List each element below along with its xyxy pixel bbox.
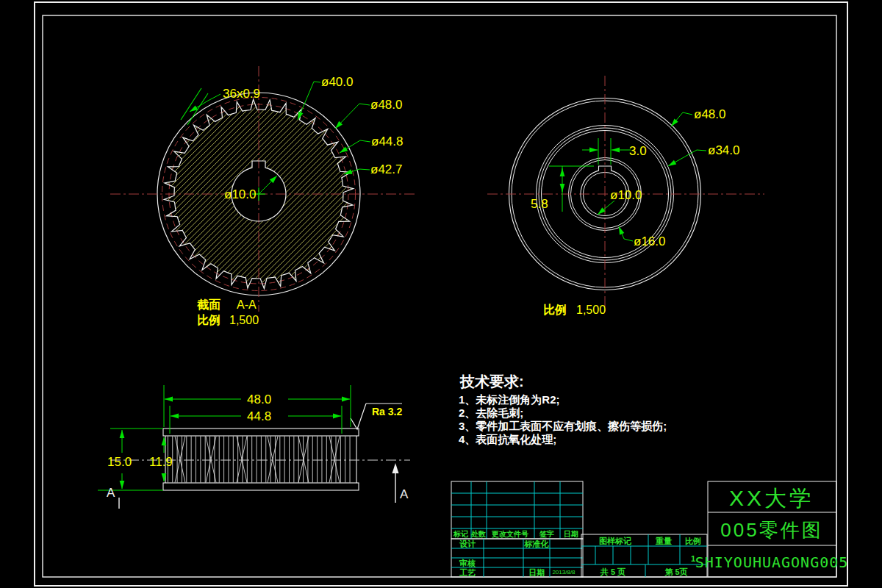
- page-current: 第 5页: [664, 567, 687, 576]
- dim-d48: ø48.0: [694, 107, 725, 121]
- section-caption-label: 截面: [196, 298, 220, 311]
- drawing-frame: [35, 2, 847, 586]
- scale-caption-value: 1,500: [229, 314, 259, 326]
- dim-d48: ø48.0: [370, 98, 402, 112]
- dim-d42-7: ø42.7: [370, 162, 402, 176]
- technical-requirements: 技术要求: 1、未标注倒角为R2; 2、去除毛刺; 3、零件加工表面不应有划痕、…: [459, 373, 667, 445]
- rev-header-docno: 更改文件号: [492, 530, 528, 538]
- title-block: 标记 处数 更改文件号 签字 日期 设计 标准化 审核 工艺 日期 2013/8…: [451, 481, 848, 577]
- side-teeth-pattern: [168, 437, 350, 483]
- section-arrow-icon: [392, 463, 399, 473]
- dim-d16: ø16.0: [634, 234, 665, 248]
- review-label: 审核: [459, 559, 476, 568]
- gear-front-view: 36x0.9 ø40.0 ø48.0 ø44.8 ø42.7 ø10.0 截面 …: [0, 66, 520, 326]
- scale-label: 比例: [685, 537, 701, 545]
- cad-viewport: 36x0.9 ø40.0 ø48.0 ø44.8 ø42.7 ø10.0 截面 …: [0, 0, 882, 588]
- part-code: SHIYOUHUAGONG005: [695, 553, 849, 571]
- dim-key-depth: 5.8: [531, 197, 548, 211]
- tech-req-item-4: 4、表面抗氧化处理;: [459, 433, 556, 445]
- dim-height-15: 15.0: [107, 455, 132, 469]
- rev-header-mark: 标记: [453, 530, 468, 538]
- dim-width-48: 48.0: [247, 392, 271, 406]
- top-flange: [163, 429, 359, 436]
- section-marker-right: A: [400, 487, 409, 501]
- section-caption-value: A-A: [237, 298, 257, 311]
- dim-d40: ø40.0: [321, 75, 353, 89]
- dim-bore: ø10.0: [610, 188, 642, 202]
- dim-teeth-count: 36x0.9: [223, 87, 260, 101]
- dim-key-width: 3.0: [629, 144, 647, 158]
- dim-bore: ø10.0: [224, 187, 256, 201]
- roughness-value: Ra 3.2: [372, 406, 402, 417]
- company-name: XX大学: [729, 486, 814, 510]
- bottom-flange: [163, 483, 359, 490]
- date-value: 2013/8/8: [552, 569, 576, 576]
- tech-req-item-1: 1、未标注倒角为R2;: [459, 393, 560, 406]
- standardize-label: 标准化: [524, 539, 550, 548]
- dim-d34: ø34.0: [708, 143, 739, 157]
- roughness-icon: [351, 404, 366, 429]
- tech-req-item-3: 3、零件加工表面不应有划痕、擦伤等损伤;: [459, 420, 667, 432]
- dim-width-44-8: 44.8: [247, 409, 271, 423]
- pages-total: 共 5 页: [600, 567, 625, 577]
- gear-section-view: 48.0 44.8 15.0 11.9 Ra 3.2 A A: [98, 385, 410, 509]
- dim-d44-8: ø44.8: [371, 135, 403, 148]
- rev-header-date: 日期: [564, 530, 578, 538]
- cad-drawing-canvas: 36x0.9 ø40.0 ø48.0 ø44.8 ø42.7 ø10.0 截面 …: [0, 0, 882, 588]
- gear-plan-view: ø48.0 ø34.0 3.0 5.8 ø10.0 ø16.0 比例 1,500: [487, 76, 764, 316]
- rev-header-count: 处数: [470, 530, 486, 538]
- weight-label: 重量: [655, 537, 672, 545]
- scale-caption-value: 1,500: [576, 304, 606, 316]
- dim-height-11-9: 11.9: [149, 455, 173, 469]
- scale-caption-label: 比例: [543, 304, 567, 316]
- tech-req-item-2: 2、去除毛刺;: [459, 406, 523, 419]
- rev-header-sign: 签字: [539, 529, 554, 538]
- section-marker-left: A: [107, 486, 115, 500]
- scale-caption-label: 比例: [197, 314, 220, 326]
- part-title: 005零件图: [720, 519, 822, 541]
- design-label: 设计: [459, 539, 476, 548]
- date-label: 日期: [528, 568, 545, 577]
- process-label: 工艺: [459, 568, 476, 577]
- tech-req-title: 技术要求:: [459, 373, 524, 390]
- stamp-label: 图样标记: [599, 537, 631, 545]
